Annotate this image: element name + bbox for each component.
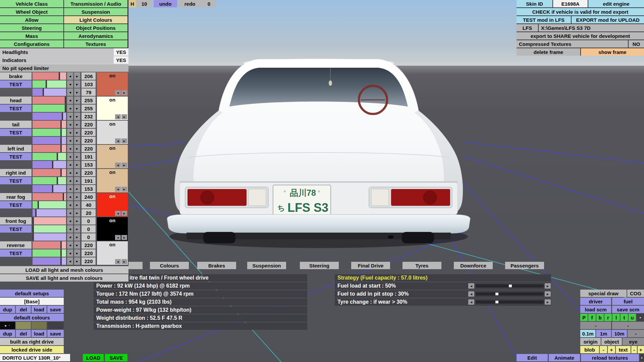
light-tail-slider-b[interactable] [33, 137, 66, 144]
light-tail-swatch[interactable]: on◄► [97, 121, 128, 144]
file-row-2-dup-button[interactable]: dup [0, 330, 15, 337]
blob-button[interactable]: blob [580, 346, 599, 353]
light-right-ind-slider-g[interactable] [33, 177, 66, 184]
history-h-button[interactable]: H [129, 0, 136, 7]
light-brake-b-decrease[interactable]: ◄ [67, 88, 73, 96]
fuel-button[interactable]: fuel [612, 298, 644, 305]
light-head-r-increase[interactable]: ► [74, 97, 80, 104]
light-reverse-test-button[interactable]: TEST [0, 249, 32, 257]
tab-steering[interactable]: Steering [300, 262, 339, 269]
draw-flag-f[interactable]: f [588, 314, 596, 321]
export-mod-button[interactable]: EXPORT mod for UPLOAD [572, 16, 644, 23]
strategy-tyre-change-decrease[interactable]: ◄ [468, 299, 474, 305]
grid-size-1m[interactable]: 1m [596, 330, 611, 337]
redo-button[interactable]: redo [178, 0, 202, 7]
headlights-toggle[interactable]: YES [114, 48, 128, 56]
light-brake-prev-button[interactable]: ◄ [115, 90, 121, 95]
light-rear-fog-r-increase[interactable]: ► [74, 193, 80, 200]
draw-flag-l[interactable]: l [612, 314, 620, 321]
menu-suspension[interactable]: Suspension [64, 8, 127, 15]
text-plus-button[interactable]: + [638, 346, 644, 353]
light-tail-slider-r[interactable] [33, 121, 66, 128]
lfs-path[interactable]: X:\Games\LFS S3 7D [539, 24, 644, 32]
eye-button[interactable]: eye [623, 338, 644, 345]
strategy-fuel-load-at-start-slider[interactable] [475, 284, 544, 288]
menu-steering[interactable]: Steering [0, 24, 63, 32]
palette-current[interactable]: ● · [0, 322, 15, 329]
light-front-fog-slider-r[interactable] [33, 217, 66, 225]
light-rear-fog-b-decrease[interactable]: ◄ [67, 209, 73, 217]
driver-button[interactable]: driver [580, 298, 611, 305]
menu-light-colours[interactable]: Light Colours [64, 16, 127, 23]
vehicle-name-field[interactable]: DORITO LUCY 130R_10* [0, 354, 70, 361]
tab-partial[interactable] [128, 262, 143, 269]
light-rear-fog-prev-button[interactable]: ◄ [115, 211, 121, 216]
light-brake-slider-g[interactable] [33, 80, 66, 88]
light-tail-b-decrease[interactable]: ◄ [67, 137, 73, 144]
light-reverse-g-increase[interactable]: ► [74, 249, 80, 257]
light-tail-slider-g[interactable] [33, 129, 66, 136]
light-head-test-button[interactable]: TEST [0, 105, 32, 112]
light-tail-b-increase[interactable]: ► [74, 137, 80, 144]
undo-button[interactable]: undo [154, 0, 177, 7]
corner-dot-button[interactable]: ● [640, 354, 644, 361]
light-front-fog-r-decrease[interactable]: ◄ [67, 217, 73, 225]
text-minus-button[interactable]: - [631, 346, 637, 353]
light-front-fog-test-button[interactable]: TEST [0, 225, 32, 233]
built-right-drive-button[interactable]: built as right drive [0, 338, 64, 345]
menu-wheel-object[interactable]: Wheel Object [0, 8, 63, 15]
light-left-ind-r-decrease[interactable]: ◄ [67, 145, 73, 152]
blob-minus-button[interactable]: - [600, 346, 607, 353]
light-reverse-slider-r[interactable] [33, 241, 66, 249]
delete-frame-button[interactable]: delete frame [517, 48, 580, 56]
light-head-slider-g[interactable] [33, 105, 66, 112]
file-row-1-load-button[interactable]: load [32, 306, 47, 313]
light-brake-g-increase[interactable]: ► [74, 80, 80, 88]
grid-size-0-1m[interactable]: 0.1m [580, 330, 595, 337]
light-rear-fog-slider-g[interactable] [33, 201, 66, 208]
light-rear-fog-swatch[interactable]: on◄► [97, 193, 128, 217]
light-front-fog-r-increase[interactable]: ► [74, 217, 80, 225]
file-row-1-dup-button[interactable]: dup [0, 306, 15, 313]
strategy-fuel-to-add-in-pit-stop-decrease[interactable]: ◄ [468, 291, 474, 297]
light-rear-fog-slider-b[interactable] [33, 209, 66, 217]
light-head-b-increase[interactable]: ► [74, 113, 80, 120]
light-right-ind-test-button[interactable]: TEST [0, 177, 32, 184]
file-row-1-del-button[interactable]: del [16, 306, 31, 313]
load-scm-button[interactable]: load scm [580, 306, 611, 313]
dash-button-1[interactable]: - [580, 322, 611, 329]
file-row-1-save-button[interactable]: save [47, 306, 64, 313]
blob-plus-button[interactable]: + [608, 346, 615, 353]
menu-vehicle-class[interactable]: Vehicle Class [0, 0, 63, 7]
draw-flag-r[interactable]: r [604, 314, 612, 321]
light-right-ind-r-decrease[interactable]: ◄ [67, 169, 73, 176]
light-left-ind-g-decrease[interactable]: ◄ [67, 153, 73, 160]
light-front-fog-prev-button[interactable]: ◄ [115, 235, 121, 240]
animate-mode-button[interactable]: Animate [549, 354, 580, 361]
light-reverse-b-decrease[interactable]: ◄ [67, 257, 73, 265]
edit-mode-button[interactable]: Edit [517, 354, 548, 361]
light-brake-slider-r[interactable] [33, 72, 66, 80]
cog-button[interactable]: COG [627, 290, 644, 297]
edit-engine-button[interactable]: edit engine [588, 0, 644, 7]
light-tail-g-decrease[interactable]: ◄ [67, 129, 73, 136]
strategy-fuel-load-at-start-increase[interactable]: ► [545, 283, 551, 289]
light-left-ind-test-button[interactable]: TEST [0, 153, 32, 160]
light-left-ind-prev-button[interactable]: ◄ [115, 163, 121, 168]
skin-id-button[interactable]: Skin ID [517, 0, 552, 7]
default-colours-button[interactable]: default colours [0, 314, 64, 321]
draw-flag-b[interactable]: b [596, 314, 604, 321]
strategy-tyre-change-slider[interactable] [475, 300, 544, 304]
light-reverse-next-button[interactable]: ► [121, 259, 127, 264]
tab-passengers[interactable]: Passengers [505, 262, 544, 269]
tab-final-drive[interactable]: Final Drive [351, 262, 390, 269]
menu-allow[interactable]: Allow [0, 16, 63, 23]
light-right-ind-b-increase[interactable]: ► [74, 185, 80, 192]
light-head-g-decrease[interactable]: ◄ [67, 105, 73, 112]
light-right-ind-b-decrease[interactable]: ◄ [67, 185, 73, 192]
light-tail-test-button[interactable]: TEST [0, 129, 32, 136]
history-steps-value[interactable]: 10 [136, 0, 152, 7]
light-head-g-increase[interactable]: ► [74, 105, 80, 112]
reload-textures-button[interactable]: reload textures [581, 354, 639, 361]
file-row-2-save-button[interactable]: save [47, 330, 64, 337]
